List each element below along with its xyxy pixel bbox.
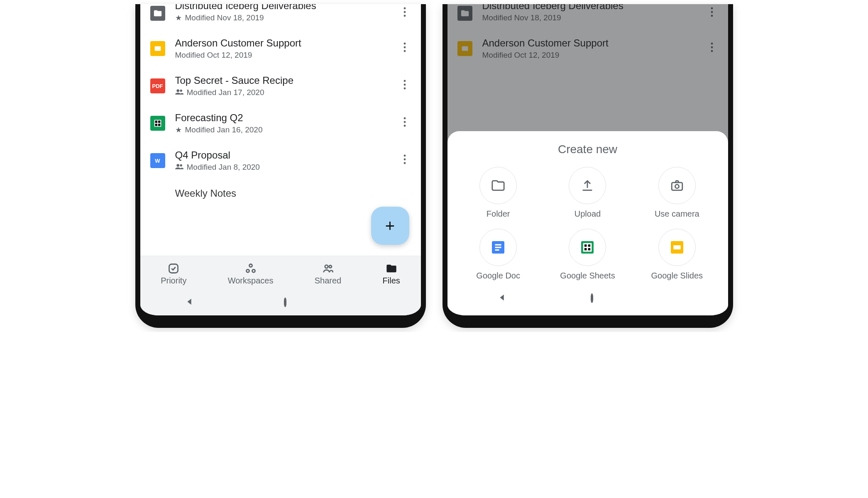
svg-point-22 bbox=[249, 264, 252, 267]
svg-point-14 bbox=[403, 121, 406, 123]
more-button[interactable] bbox=[399, 80, 411, 92]
create-new-sheet: Create new Folder Upload bbox=[447, 131, 728, 315]
svg-point-24 bbox=[252, 269, 255, 272]
svg-point-10 bbox=[403, 84, 406, 86]
files-icon bbox=[386, 263, 397, 274]
svg-point-8 bbox=[180, 90, 182, 92]
svg-point-7 bbox=[176, 89, 179, 92]
option-folder[interactable]: Folder bbox=[456, 167, 541, 221]
nav-workspaces[interactable]: Workspaces bbox=[225, 261, 277, 287]
svg-point-11 bbox=[403, 88, 406, 90]
svg-point-2 bbox=[403, 15, 406, 17]
folder-icon bbox=[150, 6, 165, 21]
file-text: Anderson Customer Support Modified Oct 1… bbox=[175, 37, 389, 60]
svg-point-5 bbox=[403, 46, 406, 49]
svg-point-35 bbox=[675, 185, 679, 188]
file-row[interactable]: W Q4 Proposal Modified Jan 8, 2020 bbox=[140, 142, 421, 179]
file-modified: Modified Jan 16, 2020 bbox=[185, 125, 263, 134]
more-button[interactable] bbox=[399, 42, 411, 55]
file-title: Q4 Proposal bbox=[175, 149, 389, 161]
create-fab[interactable]: + bbox=[371, 207, 409, 245]
option-camera[interactable]: Use camera bbox=[634, 167, 719, 221]
option-label: Google Sheets bbox=[560, 271, 615, 281]
file-text: Top Secret - Sauce Recipe Modified Jan 1… bbox=[175, 75, 389, 97]
shared-icon bbox=[322, 263, 334, 274]
android-home-button[interactable] bbox=[284, 299, 286, 306]
file-meta: ★ Modified Jan 16, 2020 bbox=[175, 125, 389, 134]
android-back-button[interactable] bbox=[498, 293, 507, 304]
slides-icon bbox=[150, 41, 165, 56]
file-row[interactable]: Distributed Iceberg Deliverables ★ Modif… bbox=[140, 4, 421, 30]
nav-shared[interactable]: Shared bbox=[311, 261, 345, 287]
more-button[interactable] bbox=[399, 154, 411, 167]
file-meta: Modified Jan 8, 2020 bbox=[175, 163, 389, 172]
pdf-icon: PDF bbox=[150, 78, 165, 93]
option-label: Upload bbox=[575, 209, 601, 219]
file-text: Forecasting Q2 ★ Modified Jan 16, 2020 bbox=[175, 112, 389, 134]
android-nav-bar bbox=[140, 290, 421, 315]
file-modified: Modified Jan 8, 2020 bbox=[187, 163, 260, 172]
svg-point-0 bbox=[403, 7, 406, 10]
svg-point-9 bbox=[403, 80, 406, 82]
file-modified: Modified Oct 12, 2019 bbox=[175, 51, 252, 60]
option-label: Folder bbox=[487, 209, 510, 219]
option-google-doc[interactable]: Google Doc bbox=[456, 229, 541, 283]
more-button[interactable] bbox=[399, 7, 411, 20]
camera-icon bbox=[658, 167, 696, 204]
android-back-button[interactable] bbox=[185, 297, 194, 308]
sheet-title: Create new bbox=[456, 143, 720, 156]
android-nav-bar bbox=[456, 283, 720, 311]
nav-files[interactable]: Files bbox=[379, 261, 403, 287]
option-label: Google Doc bbox=[476, 271, 520, 281]
file-row[interactable]: Anderson Customer Support Modified Oct 1… bbox=[140, 30, 421, 67]
svg-point-26 bbox=[329, 265, 332, 268]
svg-point-19 bbox=[403, 159, 406, 161]
file-row[interactable]: PDF Top Secret - Sauce Recipe Modified J… bbox=[140, 67, 421, 105]
phone-left: Distributed Iceberg Deliverables ★ Modif… bbox=[135, 4, 426, 328]
file-row[interactable]: Forecasting Q2 ★ Modified Jan 16, 2020 bbox=[140, 105, 421, 142]
options-grid: Folder Upload Use camera bbox=[456, 167, 720, 283]
workspaces-icon bbox=[245, 263, 257, 274]
star-icon: ★ bbox=[175, 125, 182, 134]
nav-priority[interactable]: Priority bbox=[157, 261, 190, 287]
svg-point-15 bbox=[403, 125, 406, 127]
google-doc-icon bbox=[479, 229, 517, 266]
nav-label: Workspaces bbox=[228, 276, 274, 286]
svg-point-20 bbox=[403, 162, 406, 164]
shared-icon bbox=[175, 89, 183, 96]
star-icon: ★ bbox=[175, 13, 182, 22]
svg-point-1 bbox=[403, 11, 406, 13]
svg-point-17 bbox=[180, 164, 182, 166]
file-title: Weekly Notes bbox=[175, 188, 411, 199]
file-title: Forecasting Q2 bbox=[175, 112, 389, 124]
sheets-icon bbox=[150, 116, 165, 131]
file-row[interactable]: Weekly Notes bbox=[140, 179, 421, 209]
priority-icon bbox=[168, 263, 179, 274]
file-meta: Modified Oct 12, 2019 bbox=[175, 51, 389, 60]
file-meta: Modified Jan 17, 2020 bbox=[175, 88, 389, 97]
svg-rect-34 bbox=[672, 183, 682, 190]
docs-icon: W bbox=[150, 153, 165, 168]
nav-label: Shared bbox=[315, 276, 342, 286]
file-meta: ★ Modified Nov 18, 2019 bbox=[175, 13, 389, 22]
more-button[interactable] bbox=[399, 117, 411, 129]
folder-icon bbox=[479, 167, 517, 204]
nav-label: Priority bbox=[161, 276, 186, 286]
shared-icon bbox=[175, 164, 183, 171]
svg-point-6 bbox=[403, 50, 406, 52]
svg-rect-36 bbox=[673, 245, 681, 249]
option-upload[interactable]: Upload bbox=[545, 167, 630, 221]
plus-icon: + bbox=[385, 217, 395, 235]
screen: Distributed Iceberg Deliverables Modifie… bbox=[447, 4, 728, 315]
option-google-slides[interactable]: Google Slides bbox=[634, 229, 719, 283]
svg-point-4 bbox=[403, 43, 406, 45]
android-home-button[interactable] bbox=[591, 295, 593, 302]
upload-icon bbox=[569, 167, 606, 204]
bottom-nav: Priority Workspaces Shared Files bbox=[140, 256, 421, 290]
file-title: Distributed Iceberg Deliverables bbox=[175, 4, 389, 12]
svg-point-25 bbox=[325, 265, 328, 268]
screen: Distributed Iceberg Deliverables ★ Modif… bbox=[140, 4, 421, 315]
option-google-sheets[interactable]: Google Sheets bbox=[545, 229, 630, 283]
google-slides-icon bbox=[658, 229, 696, 266]
file-text: Q4 Proposal Modified Jan 8, 2020 bbox=[175, 149, 389, 172]
